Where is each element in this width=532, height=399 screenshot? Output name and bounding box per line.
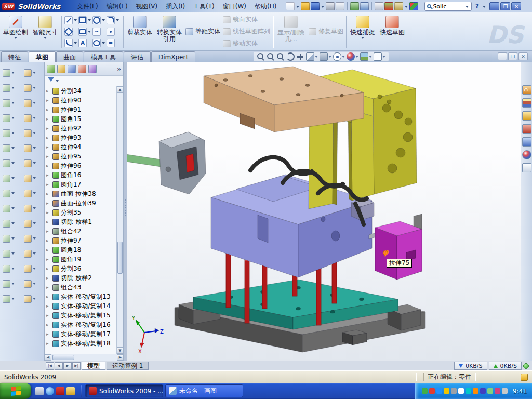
tray-icon[interactable] [451,388,457,394]
doc-close-button[interactable] [518,52,528,60]
scroll-up-button[interactable] [117,86,123,93]
start-button[interactable] [0,383,31,399]
menu-item[interactable]: 插入(I) [162,1,189,12]
smart-dimension-button[interactable]: 智能尺寸 [32,14,59,49]
expand-arrow-icon[interactable] [46,88,51,94]
feature-tree-item[interactable]: 实体-移动/复制14 [45,301,117,311]
menu-item[interactable]: 窗口(W) [219,1,250,12]
minimize-button[interactable] [489,2,499,10]
search-input[interactable] [433,3,465,10]
rectangle-tool[interactable] [78,15,92,26]
expand-arrow-icon[interactable] [46,341,51,346]
tab-dimxpert[interactable]: DimXpert [151,51,195,62]
feature-tree-item[interactable]: 曲面-拉伸39 [45,198,117,208]
convert-entities-button[interactable]: 转换实体引用 [156,14,183,49]
menu-item[interactable]: 帮助(H) [250,1,281,12]
tab-surfaces[interactable]: 曲面 [56,51,83,62]
feature-manager-tab-icon[interactable] [47,65,55,73]
expand-arrow-icon[interactable] [46,247,51,252]
clock[interactable]: 9:41 [513,388,527,395]
help-icon[interactable] [473,2,481,10]
feature-tree-item[interactable]: 拉伸91 [45,105,117,114]
spline-tool[interactable] [92,26,107,37]
feature-tree-item[interactable]: 组合42 [45,227,117,236]
undo-icon[interactable] [350,2,359,10]
tab-features[interactable]: 特征 [1,51,28,62]
doc-restore-button[interactable] [508,52,517,60]
tab-motion-study[interactable]: 运动算例 1 [107,362,149,370]
expand-arrow-icon[interactable] [46,191,51,196]
maximize-button[interactable] [500,2,510,10]
chevron-down-icon[interactable] [56,80,59,84]
taskbar-task-paint[interactable]: 未命名 - 画图 [165,384,243,397]
chevron-down-icon[interactable] [405,6,408,9]
tab-model[interactable]: 模型 [82,362,105,370]
taskbar-task-solidworks[interactable]: SolidWorks 2009 - ... [85,384,163,397]
expand-arrow-icon[interactable] [46,238,51,243]
feature-tree-item[interactable]: 拉伸92 [45,124,117,133]
expand-arrow-icon[interactable] [46,303,51,309]
file-explorer-icon[interactable] [522,111,531,121]
show-desktop-icon[interactable] [35,387,44,395]
design-library-icon[interactable] [522,98,531,108]
tab-sketch[interactable]: 草图 [29,51,56,62]
circle-tool[interactable] [92,15,107,26]
feature-tree-item[interactable]: 圆角15 [45,114,117,124]
tree-vertical-scrollbar[interactable] [116,86,123,354]
expand-arrow-icon[interactable] [46,172,51,178]
tab-evaluate[interactable]: 评估 [124,51,151,62]
insert-block[interactable]: φ [375,221,422,280]
expand-arrow-icon[interactable] [46,210,51,215]
expand-arrow-icon[interactable] [46,331,51,337]
previous-tab-button[interactable] [55,362,63,370]
close-button[interactable] [511,2,521,10]
sketch-button[interactable]: 草图绘制 [2,14,29,49]
tray-icon[interactable] [480,388,486,394]
feature-tree-item[interactable]: 拉伸95 [45,152,117,161]
toolbox-icon[interactable] [522,124,531,134]
feature-tree-item[interactable]: 拉伸97 [45,236,117,245]
expand-arrow-icon[interactable] [46,107,51,112]
tray-icon[interactable] [466,388,471,394]
filter-icon[interactable] [48,77,54,85]
feature-tree-item[interactable]: 组合43 [45,283,117,292]
media-player-icon[interactable] [66,387,75,395]
scroll-right-button[interactable] [117,354,124,361]
text-tool[interactable] [78,37,92,49]
feature-tree-item[interactable]: 拉伸94 [45,142,117,152]
tray-icon[interactable] [422,388,428,394]
menu-item[interactable]: 文件(F) [73,1,102,12]
select-icon[interactable] [375,2,383,10]
quick-snaps-button[interactable]: 快速捕捉 [349,14,376,49]
first-tab-button[interactable] [46,362,54,370]
menu-item[interactable]: 视图(V) [132,1,162,12]
arc-tool[interactable] [107,15,121,26]
chevron-down-icon[interactable] [296,6,299,9]
dimxpert-manager-tab-icon[interactable] [78,65,86,73]
expand-arrow-icon[interactable] [46,275,51,281]
line-tool[interactable] [64,15,78,26]
doc-minimize-button[interactable] [498,52,507,60]
scroll-left-button[interactable] [45,354,51,361]
chevron-right-icon[interactable] [117,65,121,73]
print-icon[interactable] [326,2,335,10]
chevron-down-icon[interactable] [321,6,324,9]
feature-tree-item[interactable]: 圆角16 [45,170,117,180]
feature-tree-item[interactable]: 实体-移动/复制17 [45,329,117,339]
chevron-down-icon[interactable] [483,6,486,9]
view-palette-icon[interactable] [522,137,531,147]
chevron-down-icon[interactable] [466,6,469,9]
expand-arrow-icon[interactable] [46,135,51,140]
tray-icon[interactable] [436,388,442,394]
solidworks-quick-icon[interactable] [56,387,64,395]
options-icon[interactable] [394,2,403,10]
search-box[interactable] [424,2,472,11]
feature-tree-item[interactable]: 曲面-拉伸38 [45,189,117,198]
scrollbar-thumb[interactable] [52,355,74,360]
expand-arrow-icon[interactable] [46,163,51,168]
feature-tree-item[interactable]: 拉伸96 [45,161,117,170]
expand-arrow-icon[interactable] [46,154,51,159]
tray-icon[interactable] [473,388,478,394]
transfer-status-icon[interactable] [523,363,529,369]
open-icon[interactable] [301,2,310,10]
